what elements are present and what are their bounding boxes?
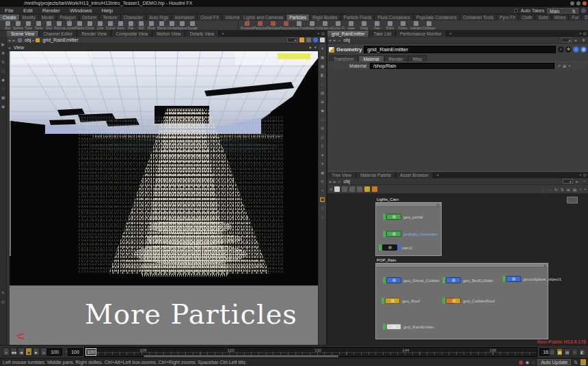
- pane-menu-icon[interactable]: ◎: [583, 172, 587, 178]
- node-template-icon[interactable]: [342, 186, 347, 192]
- network-box-header[interactable]: ✕: [376, 203, 441, 207]
- simcache-icon[interactable]: ▦: [557, 348, 563, 356]
- shelf-tool[interactable]: Gimbal: [167, 20, 177, 31]
- radial-menu-icon[interactable]: ◎: [1, 300, 5, 305]
- node-groundplane[interactable]: groundplane_object1: [503, 276, 561, 282]
- go-to-end-button[interactable]: »: [40, 348, 47, 356]
- node-display-icon[interactable]: [334, 186, 340, 192]
- range-start-field[interactable]: 100: [68, 348, 83, 356]
- node-body[interactable]: [386, 214, 401, 220]
- param-pin-icon[interactable]: ✥: [580, 38, 587, 42]
- menu-item[interactable]: Help: [96, 7, 117, 14]
- network-path[interactable]: obj: [343, 179, 351, 184]
- update-mode-icon[interactable]: ⇅: [574, 360, 578, 365]
- display-flag[interactable]: [383, 214, 386, 220]
- shelf-tool[interactable]: Drag: [358, 20, 371, 31]
- shape-palette-icon[interactable]: [372, 186, 377, 192]
- nav-back-icon[interactable]: ◂: [328, 38, 332, 42]
- shading-icon[interactable]: ▦: [321, 64, 325, 69]
- node-lock-icon[interactable]: [357, 186, 362, 192]
- active-display-option-icon[interactable]: ▦: [320, 197, 325, 202]
- shelf-tool[interactable]: Squab: [187, 20, 198, 31]
- node-gridlight[interactable]: gridlight_forebeam: [383, 231, 438, 237]
- camera-select-dropdown[interactable]: ▾: [287, 38, 297, 42]
- shelf-tool[interactable]: Platonic: [75, 20, 85, 31]
- shelf-tool[interactable]: Spaceship: [177, 20, 187, 31]
- pane-tab[interactable]: Tree View: [328, 172, 356, 178]
- display-flag[interactable]: [442, 277, 445, 283]
- shelf-tool[interactable]: Torus: [34, 20, 44, 31]
- message-log-icon[interactable]: ◆: [526, 360, 529, 365]
- relayout-icon[interactable]: ↻: [554, 187, 558, 192]
- shelf-tab[interactable]: Animation: [172, 14, 198, 20]
- shelf-tab[interactable]: Populate Containers: [414, 14, 460, 20]
- view-menu-icon[interactable]: ▾: [321, 46, 323, 51]
- pin-view-icon[interactable]: ◉: [321, 171, 324, 175]
- breadcrumb-root[interactable]: obj: [23, 38, 32, 42]
- shelf-tool[interactable]: Circle: [85, 20, 95, 31]
- shelf-tab[interactable]: Lights and Cameras: [241, 14, 286, 20]
- shelf-tool[interactable]: Font: [116, 20, 126, 31]
- shelf-tab[interactable]: Container Tools: [460, 14, 497, 20]
- minimize-button[interactable]: [570, 1, 574, 5]
- material-path-field[interactable]: /shop/Rain: [370, 63, 554, 69]
- shelf-tool[interactable]: Attract to ...: [319, 20, 332, 31]
- nav-forward-icon[interactable]: ▸: [12, 38, 16, 42]
- camera-view-icon[interactable]: ▣: [321, 55, 325, 60]
- nav-back-icon[interactable]: ◂: [328, 179, 332, 184]
- step-back-button[interactable]: ◀◀: [10, 348, 17, 356]
- maximize-button[interactable]: [576, 1, 580, 5]
- node-body[interactable]: [506, 276, 521, 282]
- display-points-icon[interactable]: ◆: [321, 109, 324, 113]
- take-selector[interactable]: Main ⇅: [547, 8, 578, 14]
- node-geo-portal[interactable]: geo_portal: [383, 214, 423, 220]
- shelf-tool[interactable]: L-system: [64, 20, 75, 31]
- op-jump-icon[interactable]: ⊞: [563, 64, 566, 68]
- shelf-tool[interactable]: File: [126, 20, 136, 31]
- pane-tab[interactable]: Scene View: [7, 31, 39, 37]
- current-frame-marker[interactable]: 100: [85, 348, 96, 356]
- node-body[interactable]: [386, 324, 401, 330]
- shelf-tab[interactable]: Solid: [535, 14, 551, 20]
- new-tab-icon[interactable]: +: [446, 31, 455, 37]
- nav-back-icon[interactable]: ◂: [7, 38, 12, 42]
- shelf-tab[interactable]: Cloth: [519, 14, 535, 20]
- pan-tool-icon[interactable]: ✥: [1, 51, 5, 56]
- realtime-toggle-icon[interactable]: □: [549, 348, 555, 356]
- turntable-icon[interactable]: ↻: [321, 180, 324, 184]
- shelf-tab[interactable]: Pyro FX: [497, 14, 519, 20]
- shelf-tool[interactable]: Line: [95, 20, 105, 31]
- box-close-icon[interactable]: ✕: [544, 264, 548, 267]
- breadcrumb-node[interactable]: grid_RainEmitter: [41, 38, 79, 42]
- nav-forward-icon[interactable]: ▸: [332, 179, 337, 184]
- title-bar[interactable]: /mnt/hq/projects/tarl/Work/H13_intro/H13…: [0, 0, 588, 7]
- shelf-tool[interactable]: Curve Force: [332, 20, 345, 31]
- pane-maximize-icon[interactable]: ▪: [580, 31, 581, 37]
- shelf-tool[interactable]: Polymesh: [54, 20, 64, 31]
- pane-tab[interactable]: Take List: [369, 31, 396, 37]
- pose-tool-icon[interactable]: ◉: [1, 104, 5, 109]
- collapse-icon[interactable]: ◂: [7, 45, 12, 50]
- shelf-tool[interactable]: Grid: [44, 20, 54, 31]
- open-chooser-icon[interactable]: ↗: [557, 64, 561, 68]
- shelf-tool[interactable]: Interact: [410, 20, 423, 31]
- shelf-tool[interactable]: Blend: [157, 20, 167, 31]
- menu-item[interactable]: Windows: [65, 7, 96, 14]
- shelf-tab[interactable]: Wires: [552, 14, 570, 20]
- box-close-icon[interactable]: ✕: [437, 203, 441, 206]
- pane-tab[interactable]: Motion View: [152, 31, 185, 37]
- param-path[interactable]: obj: [343, 38, 351, 42]
- shelf-tab[interactable]: Character: [121, 14, 147, 20]
- gallery-icon[interactable]: ✥: [565, 46, 572, 53]
- param-forward-icon[interactable]: ▸: [574, 38, 578, 42]
- wireframe-icon[interactable]: ◧: [321, 73, 325, 78]
- grid-snap-icon[interactable]: ⊞: [567, 187, 570, 192]
- background-icon[interactable]: □: [321, 206, 324, 211]
- loop-mode-icon[interactable]: ○: [572, 348, 578, 356]
- pane-tab[interactable]: Material Palette: [356, 172, 396, 178]
- shelf-tool[interactable]: Point: [384, 20, 397, 31]
- shelf-tool[interactable]: Particles fr...: [267, 20, 280, 31]
- shelf-tool[interactable]: Null: [136, 20, 146, 31]
- timeline-scroll-strip[interactable]: [144, 355, 338, 357]
- shelf-tool[interactable]: Box: [3, 20, 13, 31]
